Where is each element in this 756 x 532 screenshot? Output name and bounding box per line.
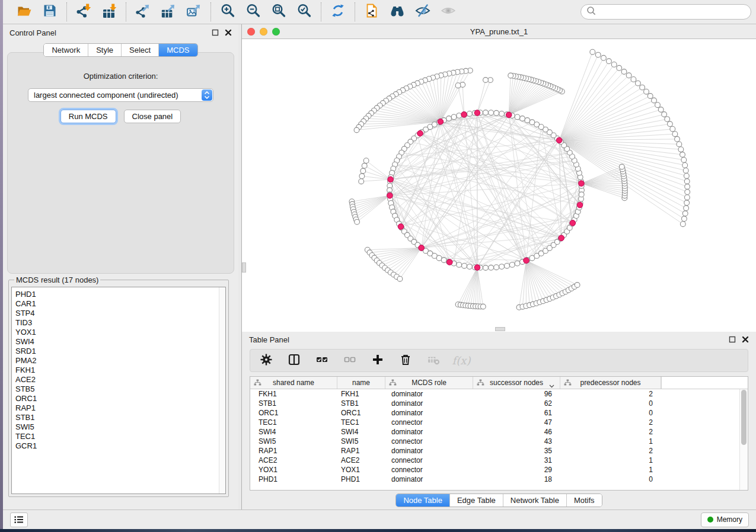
leaf-node[interactable] <box>590 49 595 55</box>
leaf-node[interactable] <box>675 136 680 142</box>
leaf-node[interactable] <box>626 73 631 78</box>
network-node[interactable] <box>467 111 473 117</box>
leaf-node[interactable] <box>636 81 641 86</box>
network-node[interactable] <box>451 114 457 120</box>
leaf-node[interactable] <box>672 132 678 137</box>
leaf-node[interactable] <box>621 69 627 75</box>
float-panel-button[interactable] <box>211 29 219 37</box>
network-node[interactable] <box>462 263 467 268</box>
mcds-result-item[interactable]: RAP1 <box>15 403 225 413</box>
leaf-node[interactable] <box>601 55 607 60</box>
table-row[interactable]: SWI5SWI5connector431 <box>250 437 748 446</box>
leaf-node[interactable] <box>617 65 622 70</box>
network-node[interactable] <box>494 265 499 270</box>
mcds-hub-node[interactable] <box>577 202 583 208</box>
column-header-name[interactable]: name <box>337 377 385 389</box>
mcds-hub-node[interactable] <box>438 119 444 125</box>
tab-network[interactable]: Network <box>44 44 88 56</box>
table-row[interactable]: PHD1PHD1dominator180 <box>250 475 748 484</box>
close-window-button[interactable] <box>247 28 255 36</box>
leaf-node[interactable] <box>682 211 688 216</box>
minimize-window-button[interactable] <box>260 28 267 36</box>
node-table[interactable]: shared namenameMCDS rolesuccessor nodesp… <box>250 376 748 491</box>
table-scrollbar[interactable] <box>739 389 748 490</box>
hide-selected-button[interactable] <box>414 4 431 20</box>
leaf-node[interactable] <box>363 158 369 164</box>
mcds-hub-node[interactable] <box>388 177 394 182</box>
leaf-node[interactable] <box>607 59 612 64</box>
leaf-node[interactable] <box>483 78 489 83</box>
leaf-node[interactable] <box>631 77 636 82</box>
add-row-button[interactable] <box>371 354 385 368</box>
mcds-result-item[interactable]: STB5 <box>15 384 225 394</box>
mcds-hub-node[interactable] <box>570 220 576 226</box>
network-node[interactable] <box>494 110 499 116</box>
network-node[interactable] <box>515 261 520 266</box>
mcds-result-item[interactable]: STB1 <box>15 413 225 422</box>
mcds-result-item[interactable]: SWI4 <box>15 337 225 347</box>
close-panel-button-mcds[interactable]: Close panel <box>124 110 181 123</box>
table-tab-edge-table[interactable]: Edge Table <box>449 494 503 507</box>
network-canvas[interactable] <box>242 39 756 332</box>
leaf-node[interactable] <box>595 52 601 57</box>
network-node[interactable] <box>457 113 462 118</box>
mcds-hub-node[interactable] <box>474 110 480 116</box>
table-row[interactable]: ACE2ACE2connector311 <box>250 456 748 465</box>
mcds-result-item[interactable]: ACE2 <box>15 375 225 384</box>
zoom-in-button[interactable] <box>219 4 236 20</box>
mcds-hub-node[interactable] <box>447 259 453 265</box>
mcds-hub-node[interactable] <box>417 130 423 136</box>
leaf-node[interactable] <box>685 195 690 200</box>
leaf-node[interactable] <box>665 117 670 122</box>
search-box[interactable] <box>580 4 751 20</box>
table-row[interactable]: ORC1ORC1dominator610 <box>250 408 748 418</box>
mcds-hub-node[interactable] <box>387 193 393 198</box>
zoom-fit-content-button[interactable] <box>270 4 287 20</box>
leaf-node[interactable] <box>677 142 682 147</box>
mcds-result-item[interactable]: CAR1 <box>15 299 225 309</box>
leaf-node[interactable] <box>655 102 661 108</box>
leaf-node[interactable] <box>644 89 649 94</box>
leaf-node[interactable] <box>685 184 690 190</box>
network-node[interactable] <box>509 262 515 268</box>
mcds-result-item[interactable]: FKH1 <box>15 366 225 375</box>
network-node[interactable] <box>436 255 442 261</box>
close-table-panel-button[interactable] <box>741 336 749 344</box>
network-node[interactable] <box>457 262 462 268</box>
zoom-out-button[interactable] <box>245 4 261 20</box>
column-header-successor-nodes[interactable]: successor nodes <box>473 377 560 389</box>
clone-network-button[interactable] <box>363 4 380 20</box>
leaf-node[interactable] <box>361 168 366 174</box>
mcds-result-item[interactable]: PMA2 <box>15 356 225 366</box>
mcds-hub-node[interactable] <box>524 258 529 264</box>
table-row[interactable]: STB1STB1dominator620 <box>250 399 748 408</box>
find-button[interactable] <box>389 4 406 20</box>
mcds-hub-node[interactable] <box>419 245 425 251</box>
table-row[interactable]: FKH1FKH1dominator962 <box>250 389 748 399</box>
export-network-button[interactable] <box>135 4 151 20</box>
mcds-result-item[interactable]: STP4 <box>15 309 225 318</box>
mcds-result-item[interactable]: PHD1 <box>15 290 225 299</box>
leaf-node[interactable] <box>480 304 486 309</box>
mcds-hub-node[interactable] <box>579 181 585 187</box>
leaf-node[interactable] <box>658 107 664 113</box>
leaf-node[interactable] <box>647 94 653 99</box>
network-node[interactable] <box>579 192 584 197</box>
network-node[interactable] <box>525 118 530 123</box>
table-tab-node-table[interactable]: Node Table <box>396 494 449 507</box>
run-mcds-button[interactable]: Run MCDS <box>60 110 116 123</box>
table-tab-motifs[interactable]: Motifs <box>566 494 602 507</box>
leaf-node[interactable] <box>362 163 367 168</box>
leaf-node[interactable] <box>680 152 685 158</box>
leaf-node[interactable] <box>680 222 685 227</box>
leaf-node[interactable] <box>684 174 690 179</box>
leaf-node[interactable] <box>354 127 359 133</box>
delete-row-button[interactable] <box>398 354 413 368</box>
import-network-button[interactable] <box>75 4 92 20</box>
leaf-node[interactable] <box>662 112 667 117</box>
leaf-node[interactable] <box>668 121 673 127</box>
float-table-panel-button[interactable] <box>728 336 736 344</box>
mcds-hub-node[interactable] <box>398 224 404 230</box>
network-window-titlebar[interactable]: YPA_prune.txt_1 <box>242 24 756 39</box>
network-node[interactable] <box>520 116 525 121</box>
